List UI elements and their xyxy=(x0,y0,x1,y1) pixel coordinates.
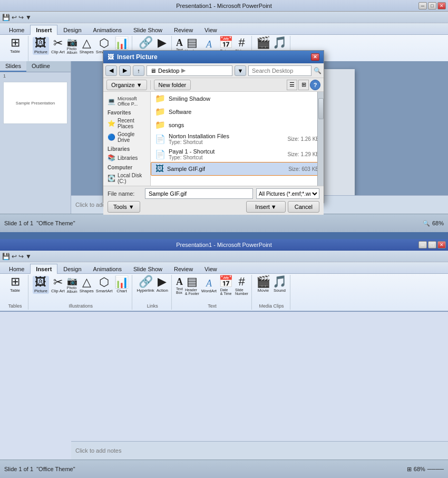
dialog-browse-btn[interactable]: ▼ xyxy=(235,65,246,76)
notes-area-bottom[interactable]: Click to add notes xyxy=(71,441,448,460)
tab-home-bottom[interactable]: Home xyxy=(3,264,30,274)
wordart-icon-top: A xyxy=(206,40,212,49)
sidebar-item-libraries[interactable]: 📚 Libraries xyxy=(105,153,148,162)
dialog-filetype-select[interactable]: All Pictures (*.emf;*.wmf;*.jpg;* xyxy=(256,188,319,199)
customize-icon[interactable]: ▼ xyxy=(25,14,32,21)
slides-tabs-top: Slides Outline xyxy=(0,61,71,72)
dialog-view-list-btn[interactable]: ☰ xyxy=(287,80,297,90)
slides-tab-top[interactable]: Slides xyxy=(0,61,26,72)
dialog-help-btn[interactable]: ? xyxy=(310,80,320,90)
slide-num-top: 1 xyxy=(3,73,67,79)
sidebar-item-local-c[interactable]: 💽 Local Disk (C:) xyxy=(105,171,148,185)
picture-btn-bottom[interactable]: 🖼 Picture xyxy=(33,276,49,294)
slidenumber-btn-bottom[interactable]: # SlideNumber xyxy=(235,276,248,295)
dialog-up-btn[interactable]: ↑ xyxy=(133,65,144,76)
chart-btn-bottom[interactable]: 📊 Chart xyxy=(114,276,129,293)
ribbon-group-illustrations-bottom: 🖼 Picture ✂ Clip Art 📷 PhotoAlbum △ Shap… xyxy=(30,275,132,310)
sidebar-item-office[interactable]: 💻 Microsoft Office P... xyxy=(105,95,148,108)
top-maximize-btn[interactable]: □ xyxy=(428,2,436,9)
undo-icon-bottom[interactable]: ↩ xyxy=(12,253,17,260)
tab-view-bottom[interactable]: View xyxy=(199,264,223,274)
tab-review-bottom[interactable]: Review xyxy=(168,264,199,274)
libraries-icon: 📚 xyxy=(108,154,115,161)
save-icon[interactable]: 💾 xyxy=(2,14,10,21)
sidebar-item-system[interactable]: 💽 System Reserved... xyxy=(105,185,148,186)
dialog-close-btn[interactable]: ✕ xyxy=(311,53,319,61)
outline-tab-top[interactable]: Outline xyxy=(26,61,55,72)
tab-slideshow-bottom[interactable]: Slide Show xyxy=(128,264,168,274)
file-item-songs[interactable]: 📁 songs xyxy=(151,118,324,131)
save-icon-bottom[interactable]: 💾 xyxy=(2,253,10,260)
dialog-insert-btn[interactable]: Insert ▼ xyxy=(246,201,285,213)
action-btn-bottom[interactable]: ▶ Action xyxy=(157,276,168,293)
shapes-btn-bottom[interactable]: △ Shapes xyxy=(80,276,94,293)
top-minimize-btn[interactable]: ─ xyxy=(418,2,427,9)
tab-view-top[interactable]: View xyxy=(199,25,223,35)
tab-review-top[interactable]: Review xyxy=(168,25,199,35)
table-btn-bottom[interactable]: ⊞ Table xyxy=(10,276,20,293)
dialog-scrollbar-thumb[interactable] xyxy=(318,98,324,119)
dialog-new-folder-btn[interactable]: New folder xyxy=(154,80,191,90)
file-item-sample-gif[interactable]: 🖼 Sample GIF.gif Size: 603 KB xyxy=(151,162,324,176)
wordart-btn-bottom[interactable]: A WordArt xyxy=(201,279,217,293)
dialog-view-grid-btn[interactable]: ⊞ xyxy=(298,80,309,90)
photoalbum-btn-top[interactable]: 📷 PhotoAlbum xyxy=(67,38,77,54)
insert-dropdown-icon: ▼ xyxy=(271,204,277,210)
dialog-address-path[interactable]: 🖥 Desktop ▶ xyxy=(147,65,232,76)
undo-icon[interactable]: ↩ xyxy=(12,14,17,21)
bottom-window-controls: ─ □ ✕ xyxy=(418,241,446,248)
smartart-btn-bottom[interactable]: ⬡ SmartArt xyxy=(96,276,113,293)
photoalbum-btn-bottom[interactable]: 📷 PhotoAlbum xyxy=(67,277,77,293)
redo-icon-bottom[interactable]: ↪ xyxy=(18,253,24,260)
clipart-icon-bottom: ✂ xyxy=(53,276,63,288)
tab-insert-top[interactable]: Insert xyxy=(30,25,57,35)
dialog-tools-btn[interactable]: Tools ▼ xyxy=(108,201,140,213)
movie-btn-bottom[interactable]: 🎬 Movie xyxy=(256,276,270,293)
bottom-close-btn[interactable]: ✕ xyxy=(437,241,446,248)
dialog-back-btn[interactable]: ◀ xyxy=(105,65,117,76)
tab-home-top[interactable]: Home xyxy=(3,25,30,35)
file-item-payal[interactable]: 📄 Payal 1 - Shortcut Type: Shortcut Size… xyxy=(151,147,324,162)
slidenumber-label-bottom: SlideNumber xyxy=(235,288,248,295)
textbox-btn-bottom[interactable]: A TextBox xyxy=(176,277,183,294)
tab-design-top[interactable]: Design xyxy=(57,25,87,35)
dialog-organize-btn[interactable]: Organize ▼ xyxy=(106,80,147,90)
shapes-label-bottom: Shapes xyxy=(80,289,94,293)
bottom-maximize-btn[interactable]: □ xyxy=(428,241,436,248)
tab-animations-top[interactable]: Animations xyxy=(87,25,128,35)
sidebar-item-recent[interactable]: ⭐ Recent Places xyxy=(105,117,148,130)
picture-btn-top[interactable]: 🖼 Picture xyxy=(33,37,49,55)
tab-animations-bottom[interactable]: Animations xyxy=(87,264,128,274)
clipart-btn-bottom[interactable]: ✂ Clip Art xyxy=(51,276,65,293)
dialog-filename-input[interactable] xyxy=(145,188,253,199)
headerfooter-btn-bottom[interactable]: ▤ Header& Footer xyxy=(185,276,199,295)
dialog-scrollbar[interactable] xyxy=(317,92,324,186)
sidebar-item-google-drive[interactable]: 🔵 Google Drive xyxy=(105,130,148,144)
hyperlink-btn-bottom[interactable]: 🔗 Hyperlink xyxy=(137,276,154,293)
table-btn-top[interactable]: ⊞ Table xyxy=(10,37,20,54)
dialog-cancel-btn[interactable]: Cancel xyxy=(288,201,319,213)
hyperlink-icon-bottom: 🔗 xyxy=(139,276,153,288)
status-slide-info-bottom: Slide 1 of 1 "Office Theme" xyxy=(4,466,75,472)
dialog-forward-btn[interactable]: ▶ xyxy=(119,65,131,76)
slide-thumb-top[interactable]: Sample Presentation xyxy=(3,82,67,124)
shapes-btn-top[interactable]: △ Shapes xyxy=(80,37,94,54)
tab-slideshow-top[interactable]: Slide Show xyxy=(128,25,168,35)
customize-icon-bottom[interactable]: ▼ xyxy=(25,253,32,260)
file-info-songs: songs xyxy=(169,122,319,128)
google-drive-icon: 🔵 xyxy=(108,133,115,141)
bottom-minimize-btn[interactable]: ─ xyxy=(418,241,427,248)
tab-design-bottom[interactable]: Design xyxy=(57,264,87,274)
clipart-btn-top[interactable]: ✂ Clip Art xyxy=(51,37,65,54)
tab-insert-bottom[interactable]: Insert xyxy=(30,264,57,274)
file-item-software[interactable]: 📁 Software xyxy=(151,105,324,118)
dialog-search-input[interactable] xyxy=(248,65,311,76)
file-item-smiling-shadow[interactable]: 📁 Smiling Shadow xyxy=(151,92,324,105)
top-close-btn[interactable]: ✕ xyxy=(437,2,446,9)
dialog-file-list: 📁 Smiling Shadow 📁 Software 📁 songs 📄 xyxy=(151,92,324,186)
file-item-norton[interactable]: 📄 Norton Installation Files Type: Shortc… xyxy=(151,131,324,147)
redo-icon[interactable]: ↪ xyxy=(18,14,24,21)
bottom-title-text: Presentation1 - Microsoft PowerPoint xyxy=(176,242,272,248)
sound-btn-bottom[interactable]: 🎵 Sound xyxy=(272,276,287,293)
datetime-btn-bottom[interactable]: 📅 Date& Time xyxy=(219,276,233,295)
